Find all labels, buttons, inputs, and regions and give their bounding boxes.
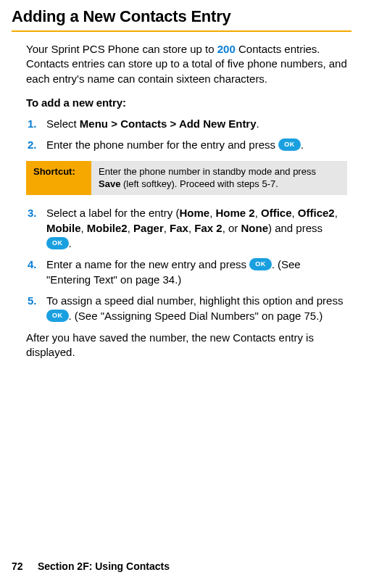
step-1-number: 1. xyxy=(28,116,37,131)
ok-icon: OK xyxy=(278,138,301,151)
title-rule xyxy=(12,30,352,32)
step-3-mid: ) and press xyxy=(268,222,323,234)
step-3-label-2: Office xyxy=(261,207,292,219)
ok-icon: OK xyxy=(46,237,69,249)
intro-pre: Your Sprint PCS Phone can store up to xyxy=(26,43,217,55)
step-4-pre: Enter a name for the new entry and press xyxy=(46,258,249,270)
content-area: Your Sprint PCS Phone can store up to 20… xyxy=(12,42,352,360)
step-3-label-4: Mobile xyxy=(46,222,81,234)
step-5-post: . (See "Assigning Speed Dial Numbers" on… xyxy=(69,310,323,322)
shortcut-body: Enter the phone number in standby mode a… xyxy=(91,161,347,195)
step-3-pre: Select a label for the entry ( xyxy=(46,207,179,219)
steps-list-2: 3. Select a label for the entry (Home, H… xyxy=(26,205,347,323)
step-3-label-5: Mobile2 xyxy=(87,222,128,234)
subhead: To add a new entry: xyxy=(26,96,347,109)
step-4: 4. Enter a name for the new entry and pr… xyxy=(46,257,347,287)
step-1: 1. Select Menu > Contacts > Add New Entr… xyxy=(46,116,347,131)
page-number: 72 xyxy=(12,560,35,572)
shortcut-box: Shortcut: Enter the phone number in stan… xyxy=(26,161,347,195)
step-1-gt1: > xyxy=(108,117,120,130)
footer-section: Section 2F: Using Contacts xyxy=(38,560,170,572)
step-3-label-7: Fax xyxy=(170,222,188,234)
ok-icon: OK xyxy=(249,258,272,270)
steps-list: 1. Select Menu > Contacts > Add New Entr… xyxy=(26,116,347,152)
step-4-number: 4. xyxy=(28,257,37,272)
intro-highlight: 200 xyxy=(217,43,236,55)
step-3-number: 3. xyxy=(28,205,37,220)
step-2-post: . xyxy=(301,138,304,151)
ok-icon: OK xyxy=(46,310,69,322)
intro-paragraph: Your Sprint PCS Phone can store up to 20… xyxy=(26,42,347,86)
step-3-label-3: Office2 xyxy=(298,207,335,219)
step-1-pre: Select xyxy=(46,117,80,130)
step-2: 2. Enter the phone number for the entry … xyxy=(46,137,347,152)
step-3-label-0: Home xyxy=(179,207,209,219)
step-3-label-9: None xyxy=(241,222,268,234)
shortcut-post: (left softkey). Proceed with steps 5-7. xyxy=(120,178,278,189)
after-paragraph: After you have saved the number, the new… xyxy=(26,331,347,360)
step-5-number: 5. xyxy=(28,293,37,308)
step-1-add: Add New Entry xyxy=(179,117,257,130)
step-1-menu: Menu xyxy=(80,117,108,130)
shortcut-pre: Enter the phone number in standby mode a… xyxy=(99,166,316,177)
step-5-pre: To assign a speed dial number, highlight… xyxy=(46,294,343,307)
shortcut-label: Shortcut: xyxy=(26,161,91,195)
step-3-post: . xyxy=(69,237,72,249)
step-1-post: . xyxy=(257,117,259,130)
page-title: Adding a New Contacts Entry xyxy=(12,7,352,26)
step-1-contacts: Contacts xyxy=(120,117,167,130)
step-5: 5. To assign a speed dial number, highli… xyxy=(46,293,347,323)
step-2-text: Enter the phone number for the entry and… xyxy=(46,138,278,151)
step-2-number: 2. xyxy=(28,137,37,152)
footer: 72 Section 2F: Using Contacts xyxy=(12,560,170,572)
step-1-gt2: > xyxy=(167,117,179,130)
step-3-label-1: Home 2 xyxy=(215,207,254,219)
shortcut-bold: Save xyxy=(99,178,120,189)
step-3: 3. Select a label for the entry (Home, H… xyxy=(46,205,347,251)
step-3-label-6: Pager xyxy=(133,222,164,234)
step-3-label-8: Fax 2 xyxy=(194,222,222,234)
